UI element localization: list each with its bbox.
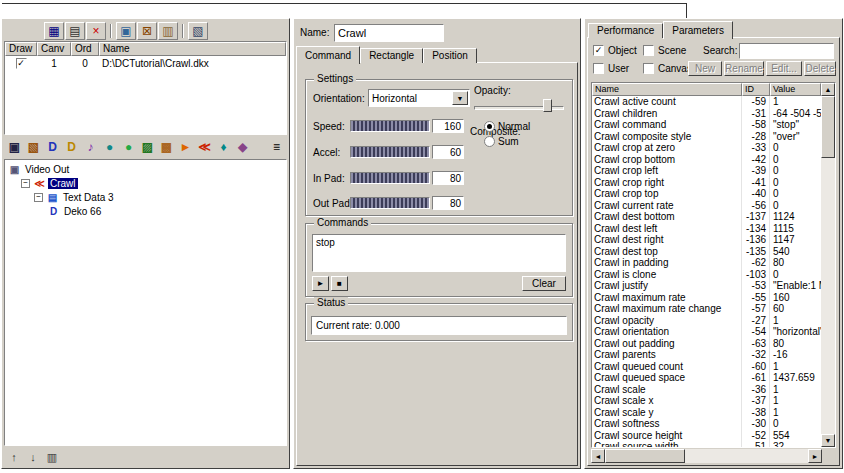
deko-gold-button[interactable]: D <box>63 139 80 156</box>
opacity-slider-thumb[interactable] <box>543 99 552 112</box>
composite-option-normal[interactable]: Normal <box>484 121 530 132</box>
composite-option-sum[interactable]: Sum <box>484 136 519 147</box>
camera-button[interactable]: ▣ <box>6 139 23 156</box>
tree-item-text-data-3[interactable]: −▤Text Data 3 <box>5 190 286 204</box>
name-input[interactable] <box>334 24 444 42</box>
param-column-header-value[interactable]: Value <box>770 83 821 96</box>
column-header-canv[interactable]: Canv <box>37 42 71 56</box>
param-row[interactable]: Crawl source height-52554 <box>592 430 821 442</box>
image-button[interactable]: ▨ <box>139 139 156 156</box>
collapse-icon[interactable]: − <box>21 179 30 188</box>
column-header-name[interactable]: Name <box>99 42 286 56</box>
texture-button[interactable]: ▩ <box>158 139 175 156</box>
param-row[interactable]: Crawl active count-591 <box>592 96 821 108</box>
vertical-scrollbar-thumb[interactable] <box>821 96 835 158</box>
horizontal-scrollbar[interactable]: ◄ ► <box>591 449 822 463</box>
param-row[interactable]: Crawl current rate-560 <box>592 200 821 212</box>
tab-command[interactable]: Command <box>296 46 360 64</box>
export-button[interactable]: ▣ <box>116 22 136 40</box>
param-row[interactable]: Crawl in padding-6280 <box>592 257 821 269</box>
param-row[interactable]: Crawl justify-53"Enable:1 Mode:Fix <box>592 280 821 292</box>
scene-checkbox[interactable] <box>643 45 654 56</box>
clip-button[interactable]: ▧ <box>25 139 42 156</box>
tree-item-video-out[interactable]: ▣Video Out <box>5 162 286 176</box>
param-row[interactable]: Crawl out padding-6380 <box>592 338 821 350</box>
chevron-down-icon[interactable]: ▼ <box>452 91 468 105</box>
speed-slider[interactable] <box>350 120 430 132</box>
vertical-scrollbar[interactable]: ▲ ▼ <box>821 83 835 447</box>
in-pad-value[interactable]: 80 <box>432 171 464 185</box>
in-pad-slider[interactable] <box>350 172 430 184</box>
horizontal-scrollbar-thumb[interactable] <box>605 449 685 463</box>
out-pad-slider[interactable] <box>350 197 430 209</box>
list-button[interactable]: ≡ <box>268 139 285 156</box>
stop-icon[interactable]: ■ <box>331 276 348 291</box>
param-row[interactable]: Crawl queued count-601 <box>592 361 821 373</box>
move-up-button[interactable]: ↑ <box>6 449 22 465</box>
param-row[interactable]: Crawl crop bottom-420 <box>592 154 821 166</box>
clear-button[interactable]: Clear <box>522 276 566 291</box>
param-row[interactable]: Crawl children-31-64 -504 -564 <box>592 108 821 120</box>
accel-value[interactable]: 60 <box>432 145 464 159</box>
param-row[interactable]: Crawl is clone-1030 <box>592 269 821 281</box>
radio-icon[interactable] <box>484 121 495 132</box>
key-button[interactable]: ♦ <box>215 139 232 156</box>
param-column-header-id[interactable]: ID <box>742 83 770 96</box>
param-row[interactable]: Crawl scale y-381 <box>592 407 821 419</box>
audio-button[interactable]: ♪ <box>82 139 99 156</box>
tab-position[interactable]: Position <box>423 48 477 63</box>
param-row[interactable]: Crawl crop right-410 <box>592 177 821 189</box>
param-row[interactable]: Crawl crop top-400 <box>592 188 821 200</box>
param-row[interactable]: Crawl dest bottom-1371124 <box>592 211 821 223</box>
commands-textarea[interactable]: stop <box>312 234 566 272</box>
param-row[interactable]: Crawl crop left-390 <box>592 165 821 177</box>
param-row[interactable]: Crawl dest right-1361147 <box>592 234 821 246</box>
play-icon[interactable]: ► <box>312 276 329 291</box>
crawl-button[interactable]: ≪ <box>196 139 213 156</box>
param-row[interactable]: Crawl source width-5132 <box>592 441 821 447</box>
param-row[interactable]: Crawl crop at zero-330 <box>592 142 821 154</box>
remove-all-button[interactable]: ⊠ <box>137 22 157 40</box>
tab-parameters[interactable]: Parameters <box>663 21 733 39</box>
tree-item-crawl[interactable]: −≪Crawl <box>5 176 286 190</box>
param-row[interactable]: Crawl maximum rate-55160 <box>592 292 821 304</box>
scroll-right-icon[interactable]: ► <box>808 449 822 463</box>
param-row[interactable]: Crawl softness-300 <box>592 418 821 430</box>
param-row[interactable]: Crawl dest left-1341115 <box>592 223 821 235</box>
save-button[interactable]: ▦ <box>44 22 64 40</box>
param-row[interactable]: Crawl maximum rate change-5760 <box>592 303 821 315</box>
param-row[interactable]: Crawl queued space-611437.659 <box>592 372 821 384</box>
snapshot-button[interactable]: ▧ <box>188 22 208 40</box>
globe-button[interactable]: ● <box>101 139 118 156</box>
radio-icon[interactable] <box>484 136 495 147</box>
param-row[interactable]: Crawl composite style-28"over" <box>592 131 821 143</box>
out-pad-value[interactable]: 80 <box>432 196 464 210</box>
object-checkbox[interactable]: ✓ <box>593 45 604 56</box>
print-button[interactable]: ▤ <box>65 22 85 40</box>
search-input[interactable] <box>739 43 834 59</box>
param-row[interactable]: Crawl dest top-135540 <box>592 246 821 258</box>
canvas-checkbox[interactable] <box>643 63 654 74</box>
marker-button[interactable]: ◆ <box>234 139 251 156</box>
scroll-down-icon[interactable]: ▼ <box>821 434 835 447</box>
orientation-dropdown[interactable]: Horizontal ▼ <box>368 89 470 107</box>
layer-row[interactable]: ✓10D:\DCTutorial\Crawl.dkx <box>5 56 286 70</box>
accel-slider[interactable] <box>350 146 430 158</box>
column-header-ord[interactable]: Ord <box>71 42 99 56</box>
speed-value[interactable]: 160 <box>432 119 464 133</box>
param-row[interactable]: Crawl orientation-54"horizontal" <box>592 326 821 338</box>
scroll-up-icon[interactable]: ▲ <box>821 83 835 96</box>
collapse-icon[interactable]: − <box>34 193 43 202</box>
folder-button[interactable]: ▥ <box>158 22 178 40</box>
draw-checkbox[interactable]: ✓ <box>16 58 27 69</box>
param-row[interactable]: Crawl scale-361 <box>592 384 821 396</box>
deko-blue-button[interactable]: D <box>44 139 61 156</box>
move-down-button[interactable]: ↓ <box>25 449 41 465</box>
delete-button[interactable]: × <box>86 22 106 40</box>
tab-rectangle[interactable]: Rectangle <box>360 48 423 63</box>
param-row[interactable]: Crawl scale x-371 <box>592 395 821 407</box>
user-checkbox[interactable] <box>593 63 604 74</box>
param-row[interactable]: Crawl command-58"stop" <box>592 119 821 131</box>
param-row[interactable]: Crawl opacity-271 <box>592 315 821 327</box>
trash-button[interactable]: ▥ <box>44 449 60 465</box>
